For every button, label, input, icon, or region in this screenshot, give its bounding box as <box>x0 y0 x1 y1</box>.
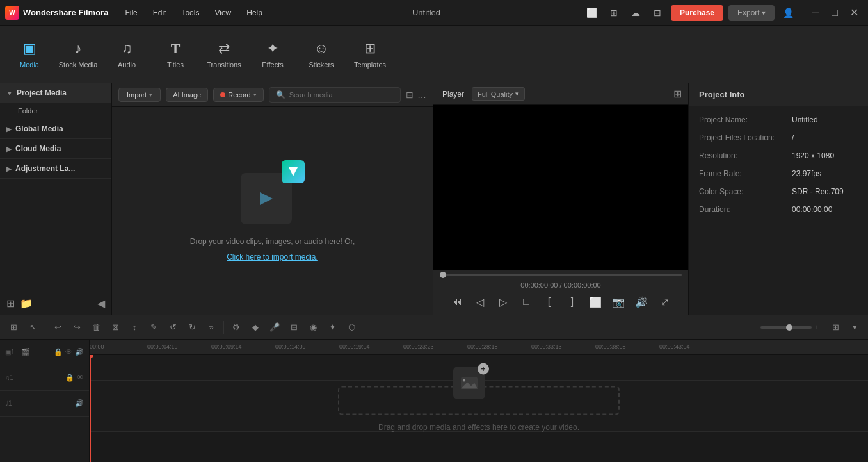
add-folder-icon[interactable]: ⊞ <box>6 297 15 309</box>
player-screen <box>433 105 688 270</box>
import-button[interactable]: Import ▾ <box>118 88 161 102</box>
zoom-minus-icon[interactable]: − <box>753 322 759 332</box>
global-media-header[interactable]: ▶ Global Media <box>0 119 111 139</box>
toolbar-transitions[interactable]: ⇄ Transitions <box>201 31 247 78</box>
project-media-label: Project Media <box>17 88 67 97</box>
tl-select-btn[interactable]: ↖ <box>24 319 41 336</box>
close-button[interactable]: ✕ <box>845 4 863 22</box>
record-button[interactable]: Record ▾ <box>213 88 263 102</box>
import-link[interactable]: Click here to import media. <box>227 252 318 261</box>
tl-more2-btn[interactable]: ▾ <box>846 319 863 336</box>
player-timeline-bar[interactable] <box>440 274 682 276</box>
effects-icon: ✦ <box>267 40 278 57</box>
toolbar-stickers[interactable]: ☺ Stickers <box>298 31 344 78</box>
folder-icon[interactable]: 📁 <box>20 297 33 309</box>
quality-select[interactable]: Full Quality ▾ <box>472 87 525 101</box>
volume-button[interactable]: 🔊 <box>632 293 650 311</box>
stock-media-label: Stock Media <box>59 61 98 69</box>
tl-rotate-fwd-btn[interactable]: ↻ <box>184 319 200 336</box>
track-audio-lock-icon[interactable]: 🔒 <box>65 374 74 382</box>
toolbar-templates[interactable]: ⊞ Templates <box>347 31 393 78</box>
tl-more-btn[interactable]: » <box>203 319 220 336</box>
tl-right-icons: ⊞ ▾ <box>827 319 863 336</box>
tl-scene-btn[interactable]: ⊟ <box>285 319 302 336</box>
zoom-slider[interactable] <box>760 326 812 329</box>
effects-label: Effects <box>262 61 283 69</box>
menu-edit[interactable]: Edit <box>147 6 173 20</box>
mark-in-button[interactable]: [ <box>540 293 558 311</box>
tl-undo-btn[interactable]: ↩ <box>49 319 66 336</box>
maximize-button[interactable]: □ <box>826 4 844 22</box>
toolbar-media[interactable]: ▣ Media <box>6 31 52 78</box>
step-back-button[interactable]: ◁ <box>471 293 489 311</box>
project-info-tab[interactable]: Project Info <box>689 83 868 106</box>
menu-help[interactable]: Help <box>240 6 269 20</box>
info-label-colorspace: Color Space: <box>699 187 792 196</box>
tl-color-btn[interactable]: ◉ <box>305 319 321 336</box>
toolbar-audio[interactable]: ♫ Audio <box>104 31 150 78</box>
track-audio-eye-icon[interactable]: 👁 <box>77 374 84 382</box>
clip-button[interactable]: ⬜ <box>586 293 604 311</box>
panel-folder[interactable]: Folder <box>0 103 111 119</box>
zoom-plus-icon[interactable]: + <box>814 322 819 332</box>
cloud-media-header[interactable]: ▶ Cloud Media <box>0 139 111 159</box>
skip-back-button[interactable]: ⏮ <box>448 293 466 311</box>
grid-icon[interactable]: ⊟ <box>649 4 666 21</box>
info-row-name: Project Name: Untitled <box>699 115 858 124</box>
track-eye-icon[interactable]: 👁 <box>65 348 72 356</box>
profile-icon[interactable]: 👤 <box>780 4 796 21</box>
stop-button[interactable]: □ <box>517 293 535 311</box>
toolbar-stock-media[interactable]: ♪ Stock Media <box>55 31 101 78</box>
tl-mic-btn[interactable]: 🎤 <box>266 319 283 336</box>
menu-tools[interactable]: Tools <box>175 6 205 20</box>
info-label-framerate: Frame Rate: <box>699 169 792 178</box>
toolbar-effects[interactable]: ✦ Effects <box>250 31 296 78</box>
media-drop-area[interactable]: Drop your video clips, images, or audio … <box>112 107 433 315</box>
filmora-logo-icon <box>253 186 279 211</box>
info-value-name: Untitled <box>792 115 818 124</box>
tl-settings-btn[interactable]: ⚙ <box>228 319 245 336</box>
mark-out-button[interactable]: ] <box>563 293 581 311</box>
tl-grid-btn[interactable]: ⊞ <box>827 319 844 336</box>
record-arrow-icon: ▾ <box>253 92 257 98</box>
tl-delete-btn[interactable]: 🗑 <box>88 319 104 336</box>
export-button[interactable]: Export ▾ <box>728 5 775 21</box>
main-toolbar: ▣ Media ♪ Stock Media ♫ Audio T Titles ⇄… <box>0 26 868 83</box>
tl-split-btn[interactable]: ↕ <box>126 319 143 336</box>
cloud-icon[interactable]: ☁ <box>627 4 644 21</box>
player-settings-icon[interactable]: ⊞ <box>673 88 682 99</box>
snapshot-button[interactable]: 📷 <box>609 293 627 311</box>
filter-icon[interactable]: ⊟ <box>406 90 414 100</box>
empty-timeline[interactable]: + Drag and drop media and effects here t… <box>338 386 620 431</box>
tl-mark-btn[interactable]: ◆ <box>247 319 264 336</box>
menu-view[interactable]: View <box>208 6 237 20</box>
tl-text-btn[interactable]: ✎ <box>145 319 162 336</box>
track-mute-icon[interactable]: 🔊 <box>75 348 84 356</box>
tl-add-track-btn[interactable]: ⊞ <box>5 319 22 336</box>
tl-keyframe-btn[interactable]: ⬡ <box>343 319 360 336</box>
tl-ai-btn[interactable]: ✦ <box>324 319 341 336</box>
layout-icon[interactable]: ⊞ <box>606 4 622 21</box>
play-button[interactable]: ▷ <box>494 293 512 311</box>
tl-rotate-back-btn[interactable]: ↺ <box>165 319 181 336</box>
screen-icon[interactable]: ⬜ <box>584 4 600 21</box>
import-arrow-icon: ▾ <box>149 92 152 98</box>
tl-redo-btn[interactable]: ↪ <box>68 319 85 336</box>
toolbar-titles[interactable]: T Titles <box>152 31 198 78</box>
track-lock-icon[interactable]: 🔒 <box>54 348 63 356</box>
player-buttons: ⏮ ◁ ▷ □ [ ] ⬜ 📷 🔊 ⤢ <box>440 293 682 311</box>
track-audio2-mute-icon[interactable]: 🔊 <box>75 399 84 408</box>
purchase-button[interactable]: Purchase <box>671 5 723 21</box>
tl-crop-btn[interactable]: ⊠ <box>107 319 124 336</box>
menu-file[interactable]: File <box>118 6 143 20</box>
more-icon[interactable]: … <box>417 90 426 100</box>
project-media-header[interactable]: ▼ Project Media <box>0 83 111 103</box>
adjustment-layers-header[interactable]: ▶ Adjustment La... <box>0 159 111 179</box>
ai-image-button[interactable]: AI Image <box>166 88 208 102</box>
search-input[interactable] <box>289 91 394 99</box>
fullscreen-button[interactable]: ⤢ <box>655 293 673 311</box>
player-tab[interactable]: Player <box>440 88 467 100</box>
collapse-icon[interactable]: ◀ <box>97 297 105 309</box>
player-toolbar-right: ⊞ <box>673 88 682 100</box>
minimize-button[interactable]: ─ <box>807 4 824 22</box>
